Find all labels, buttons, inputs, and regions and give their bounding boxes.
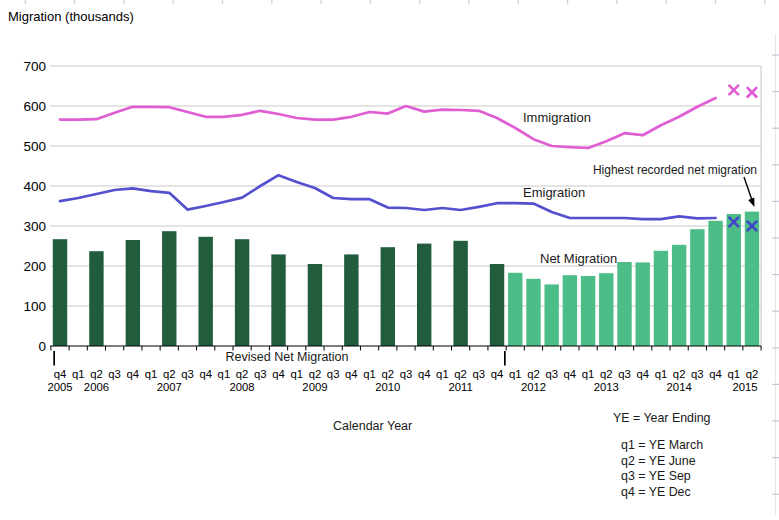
ye-note-item: q2 = YE June [621, 454, 711, 470]
x-axis-quarter-label: q2 [309, 368, 322, 380]
x-axis-year-label: 2007 [157, 381, 182, 393]
x-axis-quarter-label: q4 [127, 368, 140, 380]
x-axis-quarter-label: q1 [509, 368, 522, 380]
revised-net-migration-bar [198, 237, 212, 346]
ye-legend-header: YE = Year Ending [613, 411, 711, 425]
x-axis-quarter-label: q2 [236, 368, 249, 380]
net-migration-bar [672, 245, 686, 346]
x-axis-quarter-label: q1 [363, 368, 376, 380]
y-axis-label: 400 [23, 179, 46, 194]
x-axis-quarter-label: q1 [655, 368, 668, 380]
x-axis-quarter-label: q3 [545, 368, 558, 380]
net-migration-bar [654, 251, 668, 346]
revised-net-migration-bar [453, 241, 467, 346]
x-axis-quarter-label: q4 [491, 368, 504, 380]
net-migration-bar [708, 221, 722, 346]
revised-net-migration-bar [126, 240, 140, 346]
x-axis-quarter-label: q3 [618, 368, 631, 380]
x-axis-quarter-label: q2 [381, 368, 394, 380]
x-axis-title: Calendar Year [333, 419, 412, 433]
x-axis-quarter-label: q1 [218, 368, 231, 380]
net-migration-bar [690, 229, 704, 346]
x-axis-quarter-label: q3 [473, 368, 486, 380]
x-axis-year-label: 2009 [302, 381, 327, 393]
net-migration-bar [563, 275, 577, 346]
x-axis-quarter-label: q4 [709, 368, 722, 380]
net-migration-bar [727, 214, 741, 346]
emigration-line [60, 175, 716, 219]
net-migration-bar [599, 273, 613, 346]
x-axis-quarter-label: q2 [673, 368, 686, 380]
x-axis-quarter-label: q1 [72, 368, 85, 380]
revised-span-start-mark [53, 351, 55, 366]
ye-note-item: q1 = YE March [621, 438, 711, 454]
x-axis-year-label: 2011 [448, 381, 472, 393]
revised-net-migration-bar [381, 247, 395, 346]
emigration-series-label: Emigration [523, 185, 585, 200]
x-axis-quarter-label: q3 [108, 368, 121, 380]
x-axis-quarter-label: q3 [254, 368, 267, 380]
y-axis-label: 300 [23, 219, 46, 234]
revised-net-migration-bar [490, 264, 504, 346]
x-axis-quarter-label: q1 [436, 368, 449, 380]
revised-net-migration-bar [271, 254, 285, 346]
x-axis-quarter-label: q3 [400, 368, 413, 380]
net-migration-bar [617, 262, 631, 346]
x-axis-year-label: 2012 [521, 381, 546, 393]
y-axis-label: 100 [23, 299, 46, 314]
x-axis-year-label: 2014 [667, 381, 692, 393]
y-axis-title: Migration (thousands) [8, 9, 134, 24]
x-axis-quarter-label: q3 [181, 368, 194, 380]
x-axis-quarter-label: q1 [145, 368, 158, 380]
ye-note-item: q4 = YE Dec [621, 485, 711, 501]
x-axis-quarter-label: q2 [600, 368, 613, 380]
x-axis-year-label: 2015 [732, 381, 757, 393]
x-axis-year-label: 2010 [375, 381, 400, 393]
revised-net-migration-bar [53, 239, 67, 346]
x-axis-quarter-label: q4 [272, 368, 285, 380]
x-axis-quarter-label: q4 [636, 368, 649, 380]
x-axis-quarter-label: q2 [454, 368, 467, 380]
revised-span-end-mark [504, 351, 506, 366]
ye-legend-items: q1 = YE Marchq2 = YE Juneq3 = YE Sepq4 =… [613, 438, 711, 501]
revised-net-migration-label: Revised Net Migration [226, 350, 349, 364]
x-axis-quarter-label: q2 [527, 368, 540, 380]
y-axis-label: 200 [23, 259, 46, 274]
x-axis-quarter-label: q4 [345, 368, 358, 380]
immigration-series-label: Immigration [523, 110, 591, 125]
x-axis-quarter-label: q3 [691, 368, 704, 380]
revised-net-migration-bar [344, 254, 358, 346]
net-migration-bar [581, 276, 595, 346]
x-axis-quarter-label: q3 [327, 368, 340, 380]
y-axis-label: 500 [23, 139, 46, 154]
y-axis-label: 0 [38, 339, 46, 354]
x-axis-quarter-label: q2 [90, 368, 103, 380]
net-migration-series-label: Net Migration [540, 251, 617, 266]
x-axis-quarter-label: q1 [582, 368, 595, 380]
net-migration-bar [544, 284, 558, 346]
revised-net-migration-bar [308, 264, 322, 346]
x-axis-quarter-label: q2 [163, 368, 176, 380]
x-axis-quarter-label: q1 [290, 368, 303, 380]
x-axis-year-label: 2013 [594, 381, 619, 393]
x-axis-quarter-label: q4 [54, 368, 67, 380]
revised-net-migration-bar [417, 244, 431, 346]
migration-chart-page: 0100200300400500600700q4q1q2q3q4q1q2q3q4… [0, 0, 779, 520]
x-axis-quarter-label: q1 [727, 368, 740, 380]
annotation-arrowhead [748, 198, 754, 208]
net-migration-bar [508, 273, 522, 346]
net-migration-bar [526, 279, 540, 346]
x-axis-quarter-label: q4 [418, 368, 431, 380]
x-axis-year-label: 2006 [84, 381, 109, 393]
annotation-arrow [744, 177, 752, 199]
annotation-highest-net-migration: Highest recorded net migration [593, 163, 757, 177]
x-axis-year-label: 2008 [230, 381, 255, 393]
net-migration-bar [745, 212, 759, 346]
revised-net-migration-bar [89, 251, 103, 346]
ye-legend: YE = Year Ending q1 = YE Marchq2 = YE Ju… [613, 411, 711, 501]
y-axis-label: 600 [23, 99, 46, 114]
x-axis-quarter-label: q4 [564, 368, 577, 380]
revised-net-migration-bar [235, 239, 249, 346]
net-migration-bar [636, 262, 650, 346]
y-axis-label: 700 [23, 59, 46, 74]
